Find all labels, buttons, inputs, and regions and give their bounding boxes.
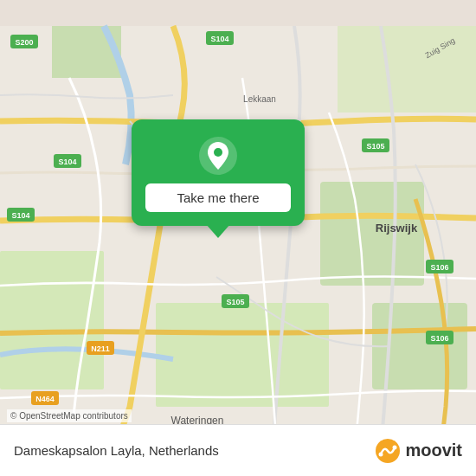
moovit-brand-text: moovit xyxy=(405,441,462,460)
svg-rect-7 xyxy=(338,26,476,113)
svg-text:N211: N211 xyxy=(91,344,110,353)
map-background: S200 S104 S104 S104 S105 S105 S106 S106 … xyxy=(0,0,476,476)
svg-text:S104: S104 xyxy=(58,158,76,166)
svg-point-33 xyxy=(214,148,222,157)
svg-text:S104: S104 xyxy=(210,35,228,43)
svg-point-36 xyxy=(393,445,397,449)
bottom-info-bar: Dameskapsalon Layla, Netherlands moovit xyxy=(0,424,476,476)
svg-text:N464: N464 xyxy=(35,395,55,403)
svg-point-35 xyxy=(379,452,383,456)
moovit-logo: moovit xyxy=(374,437,462,465)
svg-text:Lekkaan: Lekkaan xyxy=(243,94,276,104)
svg-text:Rijswijk: Rijswijk xyxy=(376,222,418,235)
moovit-icon xyxy=(374,437,402,465)
map-attribution: © OpenStreetMap contributors xyxy=(7,409,132,422)
location-name: Dameskapsalon Layla, Netherlands xyxy=(14,443,219,458)
svg-text:S106: S106 xyxy=(430,263,448,272)
svg-text:S105: S105 xyxy=(366,142,384,151)
popup-card: Take me there xyxy=(132,119,305,226)
take-me-there-button[interactable]: Take me there xyxy=(145,183,291,212)
svg-text:S104: S104 xyxy=(11,211,29,220)
svg-text:S105: S105 xyxy=(226,298,244,306)
location-pin-icon xyxy=(199,137,237,175)
svg-text:S106: S106 xyxy=(430,334,448,343)
svg-text:S200: S200 xyxy=(15,38,33,47)
svg-rect-4 xyxy=(156,303,329,407)
map-container: S200 S104 S104 S104 S105 S105 S106 S106 … xyxy=(0,0,476,476)
